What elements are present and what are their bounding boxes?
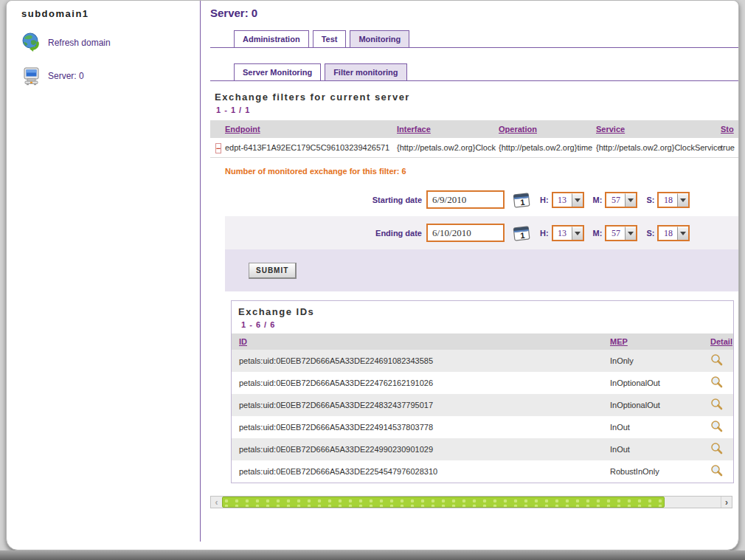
sidebar: subdomain1 Refresh domain [7, 1, 200, 550]
detail-magnifier-icon[interactable] [710, 420, 734, 435]
starting-calendar-button[interactable]: 1 [512, 191, 531, 209]
ending-minute-select[interactable]: 57 [605, 225, 637, 241]
col-endpoint[interactable]: Endpoint [225, 125, 397, 134]
filters-table: Endpoint Interface Operation Service Sto… [210, 120, 738, 158]
tab-administration[interactable]: Administration [234, 30, 309, 47]
starting-date-label: Starting date [225, 196, 426, 204]
main-content: Server: 0 Administration Test Monitoring… [201, 1, 738, 550]
filter-interface: {http://petals.ow2.org}Clock [397, 143, 499, 152]
sidebar-item-server[interactable]: Server: 0 [21, 66, 200, 86]
exchange-id: petals:uid:0E0EB72D666A5A33DE22491453780… [232, 423, 610, 432]
ending-second-select[interactable]: 18 [657, 225, 690, 241]
detail-magnifier-icon[interactable] [710, 353, 734, 368]
col-service[interactable]: Service [596, 125, 721, 134]
ending-second-label: S: [646, 229, 654, 238]
filters-pagination: 1 - 1 / 1 [210, 106, 738, 114]
col-stored[interactable]: Sto [721, 125, 738, 134]
filter-detail-panel: Number of monitored exchange for this fi… [225, 158, 738, 483]
detail-magnifier-icon[interactable] [710, 442, 734, 457]
col-interface[interactable]: Interface [397, 125, 499, 134]
filters-table-header: Endpoint Interface Operation Service Sto [210, 120, 738, 138]
col-detail[interactable]: Detail [710, 337, 734, 346]
exchange-mep: RobustInOnly [610, 467, 710, 476]
filter-operation: {http://petals.ow2.org}time [499, 143, 596, 152]
filter-stored: true [721, 143, 738, 152]
app-window: subdomain1 Refresh domain [6, 0, 739, 550]
dropdown-arrow-icon [625, 193, 636, 207]
exchange-mep: InOut [610, 423, 710, 432]
ending-hour-label: H: [540, 229, 549, 238]
ending-date-row: Ending date 1 H: 13 M: 57 [225, 216, 738, 249]
exchange-id: petals:uid:0E0EB72D666A5A33DE22483243779… [232, 401, 610, 409]
filters-section-title: Exchange filters for current server [210, 91, 738, 103]
horizontal-scrollbar[interactable]: ‹ › [210, 496, 732, 508]
exchange-ids-title: Exchange IDs [232, 301, 733, 319]
exchange-id: petals:uid:0E0EB72D666A5A33DE22476216219… [232, 378, 610, 387]
scroll-left-icon[interactable]: ‹ [211, 497, 222, 508]
computer-icon [21, 66, 41, 86]
subtab-filter-monitoring[interactable]: Filter monitoring [325, 63, 406, 80]
page-title: Server: 0 [210, 7, 738, 19]
detail-magnifier-icon[interactable] [710, 376, 734, 390]
starting-second-select[interactable]: 18 [657, 192, 690, 208]
submit-row: SUBMIT [225, 249, 738, 291]
globe-refresh-icon [21, 32, 41, 52]
monitoring-subtabbar: Server Monitoring Filter monitoring [210, 63, 738, 81]
calendar-icon: 1 [512, 191, 531, 209]
exchange-id: petals:uid:0E0EB72D666A5A33DE22469108234… [232, 356, 610, 365]
dropdown-arrow-icon [677, 227, 688, 240]
exchange-ids-header: ID MEP Detail [232, 333, 733, 350]
bottom-bar [0, 550, 745, 560]
starting-date-input[interactable] [426, 190, 505, 209]
col-operation[interactable]: Operation [499, 125, 596, 134]
exchange-mep: InOptionalOut [610, 401, 710, 409]
collapse-row-icon[interactable]: − [215, 143, 221, 153]
svg-text:1: 1 [520, 230, 525, 240]
exchange-ids-section: Exchange IDs 1 - 6 / 6 ID MEP Detail pet… [231, 300, 734, 483]
exchange-row: petals:uid:0E0EB72D666A5A33DE22476216219… [232, 372, 733, 394]
exchange-mep: InOnly [610, 356, 710, 365]
exchange-row: petals:uid:0E0EB72D666A5A33DE22545479760… [232, 460, 733, 483]
scroll-right-icon[interactable]: › [721, 497, 732, 508]
starting-hour-select[interactable]: 13 [552, 192, 584, 208]
starting-second-label: S: [646, 196, 654, 204]
server-node-label: Server: 0 [48, 71, 84, 81]
subtab-server-monitoring[interactable]: Server Monitoring [234, 63, 321, 80]
domain-title: subdomain1 [21, 8, 200, 19]
ending-hour-select[interactable]: 13 [552, 225, 584, 241]
exchange-id: petals:uid:0E0EB72D666A5A33DE22499023090… [232, 445, 610, 454]
monitored-count-note: Number of monitored exchange for this fi… [225, 158, 738, 183]
ending-date-input[interactable] [426, 224, 505, 242]
starting-minute-label: M: [593, 196, 603, 204]
filter-endpoint: edpt-6413F1A92EC179C5C96103239426571 [225, 143, 397, 152]
exchange-row: petals:uid:0E0EB72D666A5A33DE22499023090… [232, 438, 733, 460]
sidebar-item-refresh-domain[interactable]: Refresh domain [21, 32, 200, 52]
tab-test[interactable]: Test [313, 30, 347, 47]
dropdown-arrow-icon [572, 193, 583, 207]
filter-service: {http://petals.ow2.org}ClockService [596, 143, 721, 152]
exchange-row: petals:uid:0E0EB72D666A5A33DE22469108234… [232, 350, 733, 372]
main-tabbar: Administration Test Monitoring [210, 30, 738, 48]
ending-date-label: Ending date [225, 229, 426, 238]
filter-row: − edpt-6413F1A92EC179C5C96103239426571 {… [210, 138, 738, 158]
detail-magnifier-icon[interactable] [710, 398, 734, 412]
refresh-domain-label: Refresh domain [48, 38, 111, 48]
starting-minute-select[interactable]: 57 [605, 192, 637, 208]
col-mep[interactable]: MEP [610, 337, 710, 346]
starting-hour-label: H: [540, 196, 549, 204]
detail-magnifier-icon[interactable] [710, 464, 734, 479]
scrollbar-thumb[interactable] [222, 497, 665, 508]
submit-button[interactable]: SUBMIT [249, 263, 297, 279]
ending-minute-label: M: [593, 229, 603, 238]
exchange-mep: InOut [610, 445, 710, 454]
exchange-row: petals:uid:0E0EB72D666A5A33DE22491453780… [232, 416, 733, 438]
exchange-row: petals:uid:0E0EB72D666A5A33DE22483243779… [232, 394, 733, 416]
col-id[interactable]: ID [232, 337, 610, 346]
calendar-icon: 1 [512, 224, 531, 242]
tab-monitoring[interactable]: Monitoring [350, 30, 409, 47]
exchange-mep: InOptionalOut [610, 378, 710, 387]
exchange-id: petals:uid:0E0EB72D666A5A33DE22545479760… [232, 467, 610, 476]
dropdown-arrow-icon [677, 193, 688, 207]
ending-calendar-button[interactable]: 1 [512, 224, 531, 242]
starting-date-row: Starting date 1 H: 13 M: 57 [225, 183, 738, 216]
